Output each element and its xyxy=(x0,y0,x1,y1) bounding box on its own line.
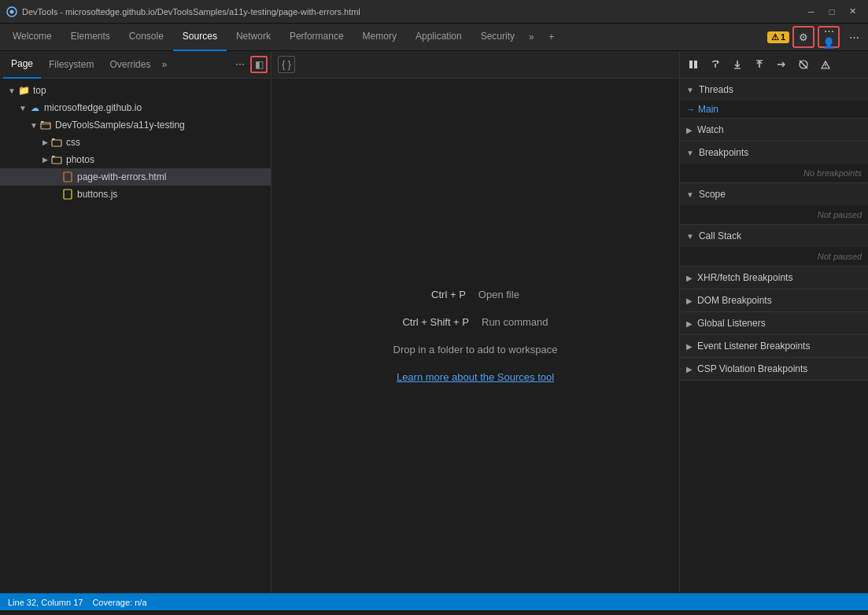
section-header-xhr[interactable]: ▶ XHR/fetch Breakpoints xyxy=(680,267,868,289)
subtab-more-actions: ⋯ ◧ xyxy=(231,56,268,73)
center-content: Ctrl + P Open file Ctrl + Shift + P Run … xyxy=(271,79,679,593)
section-csp: ▶ CSP Violation Breakpoints xyxy=(680,358,868,381)
pause-resume-button[interactable] xyxy=(683,54,704,75)
sources-subtabs: Page Filesystem Overrides » ⋯ ◧ xyxy=(0,51,271,79)
section-global: ▶ Global Listeners xyxy=(680,312,868,335)
arrow-devtoolssamples: ▼ xyxy=(28,121,39,130)
deactivate-breakpoints-button[interactable] xyxy=(793,54,814,75)
tree-label-domain: microsoftedge.github.io xyxy=(44,102,142,113)
right-panel: ▼ Threads → Main ▶ Watch ▼ Breakpoints N… xyxy=(679,51,868,593)
svg-point-18 xyxy=(825,67,826,68)
section-header-threads[interactable]: ▼ Threads xyxy=(680,79,868,101)
warning-badge[interactable]: ⚠ 1 xyxy=(767,31,789,43)
devtools-favicon xyxy=(6,6,17,17)
tab-application[interactable]: Application xyxy=(406,24,471,51)
section-header-event[interactable]: ▶ Event Listener Breakpoints xyxy=(680,335,868,357)
section-header-scope[interactable]: ▼ Scope xyxy=(680,183,868,205)
subtab-overflow[interactable]: » xyxy=(158,59,170,70)
step-into-button[interactable] xyxy=(727,54,748,75)
dom-arrow: ▶ xyxy=(686,296,693,305)
global-title: Global Listeners xyxy=(697,318,766,329)
pretty-print-button[interactable]: { } xyxy=(278,56,295,73)
tree-item-domain[interactable]: ▼ ☁ microsoftedge.github.io xyxy=(0,99,271,116)
main-area: Page Filesystem Overrides » ⋯ ◧ ▼ 📁 top … xyxy=(0,51,868,593)
settings-button[interactable]: ⚙ xyxy=(792,26,814,48)
tab-security[interactable]: Security xyxy=(471,24,524,51)
xhr-arrow: ▶ xyxy=(686,274,693,282)
threads-title: Threads xyxy=(699,84,733,95)
no-breakpoints-text: No breakpoints xyxy=(680,164,868,182)
maximize-button[interactable]: □ xyxy=(822,4,841,20)
more-options-button[interactable]: ⋯ xyxy=(231,56,249,73)
subtab-overrides[interactable]: Overrides xyxy=(102,51,158,79)
section-header-breakpoints[interactable]: ▼ Breakpoints xyxy=(680,142,868,164)
section-header-dom[interactable]: ▶ DOM Breakpoints xyxy=(680,289,868,311)
tree-item-js[interactable]: buttons.js xyxy=(0,186,271,203)
tab-elements[interactable]: Elements xyxy=(61,24,120,51)
tree-item-html[interactable]: page-with-errors.html xyxy=(0,168,271,186)
tab-network[interactable]: Network xyxy=(227,24,280,51)
folder-icon-css xyxy=(50,137,63,148)
section-header-watch[interactable]: ▶ Watch xyxy=(680,119,868,141)
toggle-sidebar-button[interactable]: ◧ xyxy=(250,56,268,73)
section-watch: ▶ Watch xyxy=(680,119,868,142)
tab-memory[interactable]: Memory xyxy=(353,24,406,51)
subtab-page[interactable]: Page xyxy=(3,51,41,79)
more-tools-button[interactable]: ⋯ xyxy=(843,26,865,48)
breakpoint-settings-button[interactable] xyxy=(815,54,836,75)
tab-right-icons: ⚠ 1 ⚙ ⋯👤 ⋯ xyxy=(767,26,865,48)
tab-console[interactable]: Console xyxy=(120,24,173,51)
svg-point-1 xyxy=(10,9,14,13)
callstack-not-paused: Not paused xyxy=(680,247,868,266)
add-tab-button[interactable]: + xyxy=(542,28,561,46)
file-icon-html xyxy=(61,171,74,182)
step-button[interactable] xyxy=(771,54,792,75)
tree-label-html: page-with-errors.html xyxy=(77,171,166,182)
warning-icon: ⚠ xyxy=(771,32,779,42)
window-controls: ─ □ ✕ xyxy=(802,4,862,20)
watch-arrow: ▶ xyxy=(686,126,693,134)
thread-main[interactable]: → Main xyxy=(680,101,868,118)
section-breakpoints: ▼ Breakpoints No breakpoints xyxy=(680,142,868,183)
drop-folder-hint: Drop in a folder to add to workspace xyxy=(393,344,558,355)
folder-icon-devtoolssamples xyxy=(39,120,52,131)
section-header-global[interactable]: ▶ Global Listeners xyxy=(680,312,868,334)
tab-performance[interactable]: Performance xyxy=(280,24,353,51)
tree-label-top: top xyxy=(33,85,46,96)
tree-item-photos[interactable]: ▶ photos xyxy=(0,151,271,168)
left-panel: Page Filesystem Overrides » ⋯ ◧ ▼ 📁 top … xyxy=(0,51,271,593)
section-header-csp[interactable]: ▶ CSP Violation Breakpoints xyxy=(680,358,868,380)
file-tree: ▼ 📁 top ▼ ☁ microsoftedge.github.io ▼ De… xyxy=(0,79,271,593)
breakpoints-title: Breakpoints xyxy=(699,147,748,158)
tree-item-devtoolssamples[interactable]: ▼ DevToolsSamples/a11y-testing xyxy=(0,116,271,134)
arrow-css: ▶ xyxy=(39,138,50,146)
center-panel: { } Ctrl + P Open file Ctrl + Shift + P … xyxy=(271,51,679,593)
arrow-domain: ▼ xyxy=(17,104,28,112)
tree-item-top[interactable]: ▼ 📁 top xyxy=(0,82,271,99)
shortcut-key-run: Ctrl + Shift + P xyxy=(402,316,469,328)
breakpoints-arrow: ▼ xyxy=(686,149,694,157)
svg-rect-8 xyxy=(694,61,697,68)
section-event: ▶ Event Listener Breakpoints xyxy=(680,335,868,358)
tree-item-css[interactable]: ▶ css xyxy=(0,134,271,151)
customize-button[interactable]: ⋯👤 xyxy=(818,26,840,48)
tab-overflow-button[interactable]: » xyxy=(524,31,539,42)
thread-arrow-icon: → xyxy=(686,105,695,114)
tab-sources[interactable]: Sources xyxy=(173,24,227,51)
minimize-button[interactable]: ─ xyxy=(802,4,821,20)
csp-title: CSP Violation Breakpoints xyxy=(697,363,807,374)
dom-title: DOM Breakpoints xyxy=(697,295,772,306)
close-button[interactable]: ✕ xyxy=(843,4,862,20)
shortcut-label-open: Open file xyxy=(478,289,519,300)
thread-main-label: Main xyxy=(698,104,718,115)
tab-welcome[interactable]: Welcome xyxy=(3,24,61,51)
step-over-button[interactable] xyxy=(705,54,726,75)
step-out-button[interactable] xyxy=(749,54,770,75)
scope-not-paused: Not paused xyxy=(680,205,868,224)
learn-more-link[interactable]: Learn more about the Sources tool xyxy=(397,371,554,383)
titlebar: DevTools - microsoftedge.github.io/DevTo… xyxy=(0,0,868,24)
subtab-filesystem[interactable]: Filesystem xyxy=(41,51,102,79)
event-title: Event Listener Breakpoints xyxy=(697,341,810,352)
section-header-callstack[interactable]: ▼ Call Stack xyxy=(680,225,868,247)
cloud-icon-domain: ☁ xyxy=(28,103,41,113)
